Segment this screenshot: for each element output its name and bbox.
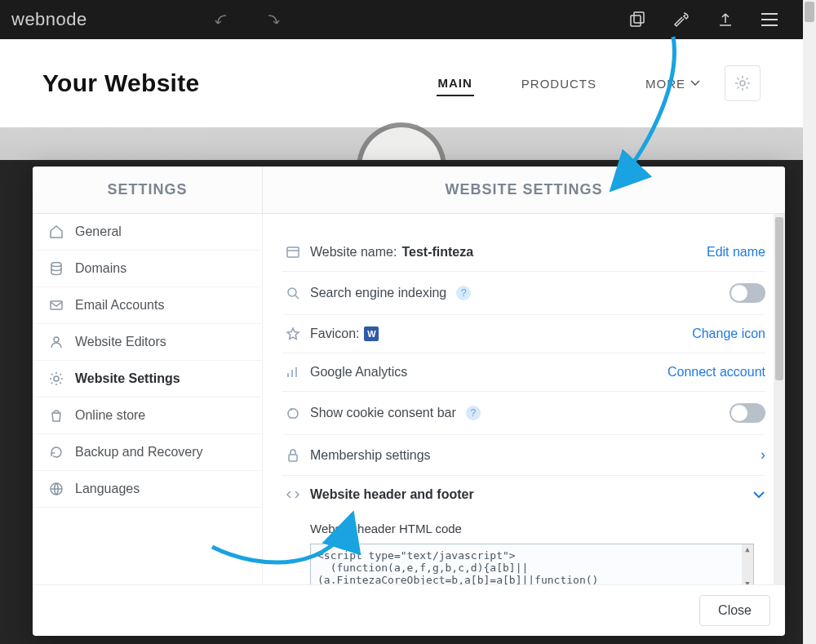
sidebar-item-label: General: [75, 224, 122, 239]
sidebar-item-label: Languages: [75, 482, 140, 496]
gear-icon: [49, 371, 64, 386]
sidebar-item-website-settings[interactable]: Website Settings: [33, 361, 262, 398]
svg-point-2: [740, 81, 745, 86]
indexing-label: Search engine indexing: [310, 286, 446, 300]
app-toolbar: webnode: [0, 0, 803, 39]
header-html-textarea[interactable]: <script type="text/javascript"> (functio…: [310, 544, 754, 584]
page-header: Your Website MAIN PRODUCTS MORE: [0, 39, 803, 127]
textarea-scrollbar[interactable]: ▲▼: [742, 544, 753, 584]
database-icon: [49, 261, 64, 276]
settings-sidebar: General Domains Email Accounts Website E…: [33, 214, 263, 584]
nav-more-label: MORE: [645, 77, 685, 91]
edit-name-link[interactable]: Edit name: [707, 245, 765, 260]
content-scrollbar[interactable]: [774, 214, 785, 584]
refresh-icon: [49, 445, 64, 460]
row-indexing: Search engine indexing?: [282, 272, 765, 315]
redo-button[interactable]: [249, 0, 293, 39]
sidebar-item-domains[interactable]: Domains: [33, 251, 262, 287]
globe-icon: [49, 482, 64, 496]
favicon-badge: W: [364, 326, 379, 341]
sidebar-item-label: Domains: [75, 261, 126, 276]
bars-icon: [282, 365, 304, 380]
website-name-label: Website name:: [310, 245, 397, 260]
nav-products[interactable]: PRODUCTS: [520, 72, 598, 95]
code-icon: [282, 487, 304, 502]
row-membership[interactable]: Membership settings ›: [282, 435, 765, 476]
sidebar-item-label: Website Settings: [75, 371, 180, 386]
undo-button[interactable]: [202, 0, 246, 39]
svg-point-9: [288, 288, 296, 296]
sidebar-item-label: Email Accounts: [75, 298, 164, 313]
cookie-icon: [282, 406, 304, 420]
sidebar-item-email[interactable]: Email Accounts: [33, 287, 262, 324]
search-icon: [282, 286, 304, 300]
nav-main[interactable]: MAIN: [437, 71, 474, 96]
site-title: Your Website: [42, 69, 437, 97]
help-icon[interactable]: ?: [466, 406, 481, 420]
publish-icon[interactable]: [703, 0, 747, 39]
bag-icon: [49, 408, 64, 423]
svg-point-6: [54, 376, 59, 381]
mail-icon: [49, 298, 64, 313]
row-website-name: Website name: Test-finteza Edit name: [282, 233, 765, 272]
membership-label: Membership settings: [310, 448, 431, 463]
cookie-label: Show cookie consent bar: [310, 406, 456, 420]
brand-logo: webnode: [11, 9, 87, 30]
window-icon: [282, 245, 304, 260]
top-nav: MAIN PRODUCTS MORE: [437, 71, 703, 96]
sidebar-item-languages[interactable]: Languages: [33, 471, 262, 508]
hero-banner: [0, 127, 803, 160]
chevron-down-icon: [752, 491, 765, 499]
sidebar-item-label: Backup and Recovery: [75, 445, 203, 460]
favicon-label: Favicon:: [310, 326, 359, 341]
cookie-toggle[interactable]: [730, 403, 765, 423]
header-html-label: Website header HTML code: [282, 513, 765, 540]
chevron-down-icon: [690, 80, 700, 87]
user-icon: [49, 335, 64, 349]
svg-point-5: [54, 337, 59, 342]
row-analytics: Google Analytics Connect account: [282, 353, 765, 392]
gear-icon: [734, 74, 752, 92]
page-settings-button[interactable]: [725, 65, 761, 101]
row-header-footer[interactable]: Website header and footer: [282, 476, 765, 513]
chevron-right-icon: ›: [761, 446, 765, 464]
help-icon[interactable]: ?: [456, 286, 471, 300]
lock-icon: [282, 448, 304, 463]
row-cookie: Show cookie consent bar?: [282, 392, 765, 435]
wrench-icon[interactable]: [659, 0, 703, 39]
home-icon: [49, 224, 64, 239]
svg-point-3: [51, 263, 61, 267]
svg-rect-0: [631, 16, 641, 26]
close-button[interactable]: Close: [699, 595, 770, 626]
svg-rect-8: [287, 247, 299, 257]
sidebar-title: SETTINGS: [33, 167, 263, 213]
hamburger-icon: [761, 13, 778, 26]
analytics-label: Google Analytics: [310, 365, 407, 380]
settings-content: Website name: Test-finteza Edit name Sea…: [263, 214, 785, 584]
indexing-toggle[interactable]: [730, 283, 765, 303]
content-title: WEBSITE SETTINGS: [263, 167, 785, 213]
star-icon: [282, 326, 304, 341]
page-scrollbar[interactable]: [803, 0, 816, 644]
sidebar-item-general[interactable]: General: [33, 214, 262, 251]
sidebar-item-editors[interactable]: Website Editors: [33, 324, 262, 361]
svg-rect-4: [51, 301, 62, 309]
svg-rect-10: [289, 455, 297, 461]
svg-rect-1: [634, 12, 644, 23]
menu-button[interactable]: [747, 0, 792, 39]
pages-icon[interactable]: [615, 0, 659, 39]
website-name-value: Test-finteza: [401, 245, 473, 260]
row-favicon: Favicon: W Change icon: [282, 315, 765, 353]
sidebar-item-store[interactable]: Online store: [33, 398, 262, 434]
nav-more[interactable]: MORE: [644, 72, 702, 95]
settings-modal: SETTINGS WEBSITE SETTINGS General Domain…: [33, 167, 785, 636]
connect-account-link[interactable]: Connect account: [667, 365, 765, 380]
sidebar-item-backup[interactable]: Backup and Recovery: [33, 434, 262, 471]
change-icon-link[interactable]: Change icon: [692, 326, 765, 341]
sidebar-item-label: Website Editors: [75, 335, 166, 349]
sidebar-item-label: Online store: [75, 408, 145, 423]
header-footer-label: Website header and footer: [310, 487, 474, 502]
